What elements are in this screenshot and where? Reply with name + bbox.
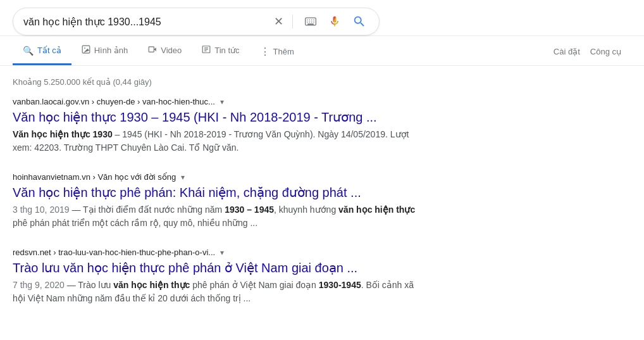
search-bar: ✕ [13,8,380,35]
tab-video-label: Video [161,46,182,55]
more-menu[interactable]: ⋮ Thêm [250,37,304,65]
search-input[interactable] [23,16,268,27]
search-tab-icon: 🔍 [23,46,34,56]
result-date: 7 thg 9, 2020 [13,280,65,290]
tab-images-label: Hình ảnh [94,46,128,55]
tools-link[interactable]: Công cụ [590,47,621,56]
breadcrumb-arrow[interactable]: ▾ [220,98,224,106]
result-breadcrumb: hoinhavanvietnam.vn › Văn học với đời số… [13,172,185,182]
breadcrumb-arrow[interactable]: ▾ [181,173,185,182]
search-button[interactable] [350,12,369,31]
news-tab-icon [202,45,211,56]
svg-rect-10 [82,46,90,53]
result-snippet: Văn học hiện thực 1930 – 1945 (HKI - Nh … [13,128,418,154]
svg-rect-12 [149,47,154,52]
divider [292,15,293,28]
result-breadcrumb: redsvn.net › trao-luu-van-hoc-hien-thuc-… [13,248,224,257]
tab-all[interactable]: 🔍 Tất cả [13,37,71,65]
result-date: 3 thg 10, 2019 [13,205,70,215]
clear-button[interactable]: ✕ [274,15,283,28]
results-container: Khoảng 5.250.000 kết quả (0,44 giây) van… [0,66,430,305]
results-count: Khoảng 5.250.000 kết quả (0,44 giây) [13,72,418,97]
result-title[interactable]: Văn học hiện thực phê phán: Khái niệm, c… [13,184,418,201]
keyboard-icon[interactable] [302,13,319,30]
header: ✕ [0,0,644,36]
result-breadcrumb: vanban.laocai.gov.vn › chuyen-de › van-h… [13,97,224,106]
more-dots-icon: ⋮ [260,46,271,58]
result-item: hoinhavanvietnam.vn › Văn học với đời số… [13,172,418,230]
result-url-line: hoinhavanvietnam.vn › Văn học với đời số… [13,172,418,182]
tab-news[interactable]: Tin tức [192,36,249,65]
images-tab-icon [82,45,90,56]
result-title[interactable]: Văn học hiện thực 1930 – 1945 (HKI - Nh … [13,109,418,125]
breadcrumb-arrow[interactable]: ▾ [220,248,224,257]
more-label: Thêm [273,47,294,56]
result-snippet: 3 thg 10, 2019 — Tại thời điểm đất nước … [13,203,418,230]
microphone-icon[interactable] [326,13,344,30]
tab-all-label: Tất cả [37,46,61,55]
tab-news-label: Tin tức [214,46,239,55]
result-item: redsvn.net › trao-luu-van-hoc-hien-thuc-… [13,248,418,305]
tab-images[interactable]: Hình ảnh [71,36,139,65]
nav-right: Cài đặt Công cụ [543,38,631,64]
video-tab-icon [148,45,157,56]
result-url-line: redsvn.net › trao-luu-van-hoc-hien-thuc-… [13,248,418,257]
nav-tabs: 🔍 Tất cả Hình ảnh Video Tin tức ⋮ Thêm C… [0,36,644,65]
result-snippet: 7 thg 9, 2020 — Trào lưu văn học hiện th… [13,279,418,305]
settings-link[interactable]: Cài đặt [554,47,580,56]
result-item: vanban.laocai.gov.vn › chuyen-de › van-h… [13,97,418,154]
tab-video[interactable]: Video [138,36,192,65]
result-url-line: vanban.laocai.gov.vn › chuyen-de › van-h… [13,97,418,106]
svg-point-11 [84,47,85,49]
result-title[interactable]: Trào lưu văn học hiện thực phê phán ở Vi… [13,260,418,276]
